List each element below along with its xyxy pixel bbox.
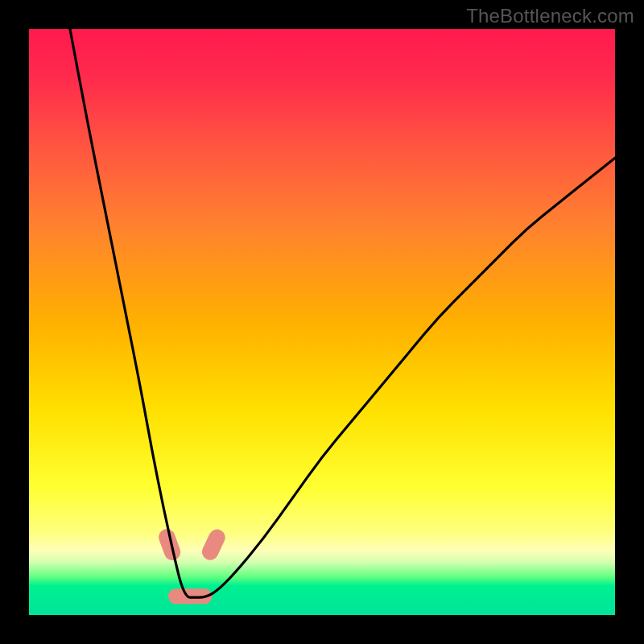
chart-frame: TheBottleneck.com <box>0 0 644 644</box>
plot-area <box>29 29 615 615</box>
valley-right-marker <box>200 526 228 563</box>
valley-markers-group <box>156 526 228 604</box>
watermark-text: TheBottleneck.com <box>466 5 634 27</box>
chart-svg <box>29 29 615 615</box>
bottleneck-curve <box>70 29 615 597</box>
